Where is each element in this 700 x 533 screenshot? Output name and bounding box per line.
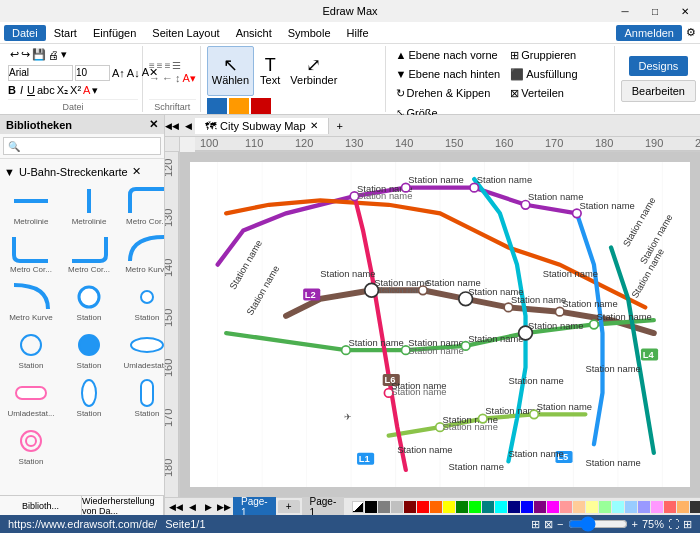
fullscreen-icon[interactable]: ⛶: [668, 518, 679, 530]
waehlen-button[interactable]: ↖ Wählen: [207, 46, 254, 96]
designs-button[interactable]: Designs: [629, 56, 689, 76]
outdent-icon[interactable]: ←: [162, 72, 173, 85]
color-tan[interactable]: [677, 501, 689, 513]
text-color2-icon[interactable]: A▾: [182, 72, 195, 85]
nav-first-btn[interactable]: ◀◀: [165, 119, 179, 133]
canvas-tab-main[interactable]: 🗺 City Subway Map ✕: [195, 118, 329, 134]
ebene-nach-hinten-btn[interactable]: ▼ Ebene nach hinten: [392, 65, 505, 83]
nav-prev-btn[interactable]: ◀: [181, 119, 195, 133]
list-item[interactable]: Metrolinie: [62, 184, 116, 228]
fit-page-icon[interactable]: ⊞: [531, 518, 540, 531]
color-cyan[interactable]: [495, 501, 507, 513]
font-name-input[interactable]: [8, 65, 73, 81]
anmelden-button[interactable]: Anmelden: [616, 25, 682, 41]
list-item[interactable]: Station: [120, 376, 164, 420]
page-tab-1[interactable]: Page-1: [233, 495, 276, 516]
italic-icon[interactable]: I: [20, 84, 23, 96]
color-magenta[interactable]: [547, 501, 559, 513]
zoom-out-button[interactable]: −: [557, 518, 563, 530]
list-item[interactable]: Station: [4, 424, 58, 468]
undo-icon[interactable]: ↩: [10, 48, 19, 61]
page-tab-2[interactable]: +: [278, 500, 300, 513]
grid-icon[interactable]: ⊞: [683, 518, 692, 531]
library-search-input[interactable]: [3, 137, 161, 155]
bold-icon[interactable]: B: [8, 84, 16, 96]
drehen-btn[interactable]: ↻ Drehen & Kippen: [392, 84, 505, 102]
tab-close-icon[interactable]: ✕: [310, 120, 318, 131]
canvas-container[interactable]: L2 L6 L1 L5 L4: [180, 152, 700, 497]
font-grow-icon[interactable]: A↑: [112, 67, 125, 79]
color-cyan-light[interactable]: [612, 501, 624, 513]
indent-icon[interactable]: →: [149, 72, 160, 85]
fit-width-icon[interactable]: ⊠: [544, 518, 553, 531]
underline-icon[interactable]: U: [27, 84, 35, 96]
color-lavender[interactable]: [638, 501, 650, 513]
subscript-icon[interactable]: X₂: [57, 84, 68, 97]
color-orchid[interactable]: [651, 501, 663, 513]
close-button[interactable]: ✕: [670, 0, 700, 22]
list-item[interactable]: Metro Cor...: [120, 184, 164, 228]
color-yellow[interactable]: [443, 501, 455, 513]
menu-ansicht[interactable]: Ansicht: [228, 25, 280, 41]
menu-seiten-layout[interactable]: Seiten Layout: [144, 25, 227, 41]
save-icon[interactable]: 💾: [32, 48, 46, 61]
color-purple[interactable]: [534, 501, 546, 513]
color-rect1[interactable]: [207, 98, 227, 114]
font-color-icon[interactable]: A: [83, 84, 90, 96]
menu-datei[interactable]: Datei: [4, 25, 46, 41]
superscript-icon[interactable]: X²: [70, 84, 81, 96]
menu-start[interactable]: Start: [46, 25, 85, 41]
list-item[interactable]: Metro Kurve: [4, 280, 58, 324]
color-navy[interactable]: [508, 501, 520, 513]
menu-hilfe[interactable]: Hilfe: [339, 25, 377, 41]
list-item[interactable]: Station: [120, 280, 164, 324]
list-item[interactable]: Metrolinie: [4, 184, 58, 228]
menu-einfuegen[interactable]: Einfügen: [85, 25, 144, 41]
color-blue-light[interactable]: [625, 501, 637, 513]
verteilen-btn[interactable]: ⊠ Verteilen: [506, 84, 581, 102]
color-rect3[interactable]: [251, 98, 271, 114]
minimize-button[interactable]: ─: [610, 0, 640, 22]
print-icon[interactable]: 🖨: [48, 49, 59, 61]
maximize-button[interactable]: □: [640, 0, 670, 22]
color-red[interactable]: [417, 501, 429, 513]
color-orange[interactable]: [430, 501, 442, 513]
color-dark[interactable]: [690, 501, 700, 513]
menu-symbole[interactable]: Symbole: [280, 25, 339, 41]
lib-footer-btn2[interactable]: Wiederherstellung von Da...: [82, 496, 164, 515]
text-button[interactable]: T Text: [256, 46, 284, 96]
redo-icon[interactable]: ↪: [21, 48, 30, 61]
color-pink-light[interactable]: [560, 501, 572, 513]
color-green[interactable]: [456, 501, 468, 513]
page-first-btn[interactable]: ◀◀: [169, 500, 183, 514]
ausfuellung-btn[interactable]: ⬛ Ausfüllung: [506, 65, 581, 83]
color-silver[interactable]: [391, 501, 403, 513]
font-shrink-icon[interactable]: A↓: [127, 67, 140, 79]
line-spacing-icon[interactable]: ↕: [175, 72, 181, 85]
align-center-icon[interactable]: ≡: [157, 60, 163, 71]
list-item[interactable]: Station: [62, 376, 116, 420]
ebene-nach-vorne-btn[interactable]: ▲ Ebene nach vorne: [392, 46, 505, 64]
zoom-slider[interactable]: [568, 516, 628, 532]
color-peach[interactable]: [573, 501, 585, 513]
gruppieren-btn[interactable]: ⊞ Gruppieren: [506, 46, 581, 64]
list-item[interactable]: Umladestat...: [4, 376, 58, 420]
lib-footer-btn1[interactable]: Biblioth...: [0, 496, 82, 515]
settings-icon[interactable]: ⚙: [686, 26, 696, 39]
list-item[interactable]: Station: [4, 328, 58, 372]
color-gray[interactable]: [378, 501, 390, 513]
library-close-icon[interactable]: ✕: [149, 118, 158, 131]
page-tab-3[interactable]: Page-1: [302, 495, 345, 516]
page-next-btn[interactable]: ▶: [201, 500, 215, 514]
list-item[interactable]: Umladestat...: [120, 328, 164, 372]
color-salmon[interactable]: [664, 501, 676, 513]
color-rect2[interactable]: [229, 98, 249, 114]
font-size-input[interactable]: [75, 65, 110, 81]
color-lime[interactable]: [469, 501, 481, 513]
color-blue[interactable]: [521, 501, 533, 513]
zoom-in-button[interactable]: +: [632, 518, 638, 530]
highlight-icon[interactable]: ▾: [92, 84, 98, 97]
align-left-icon[interactable]: ≡: [149, 60, 155, 71]
align-right-icon[interactable]: ≡: [165, 60, 171, 71]
color-teal[interactable]: [482, 501, 494, 513]
